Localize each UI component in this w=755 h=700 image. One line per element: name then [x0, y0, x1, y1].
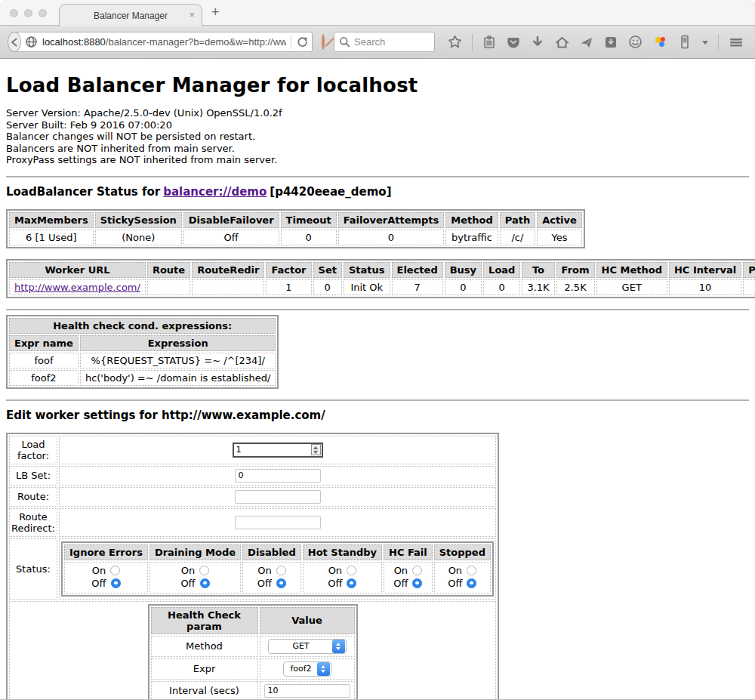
radio-hc-fail-on[interactable]	[412, 566, 422, 575]
off-label: Off	[91, 577, 106, 590]
window-zoom-button[interactable]	[39, 9, 47, 17]
col-draining-mode: Draining Mode	[149, 544, 241, 560]
url-bar[interactable]: localhost:8880/balancer-manager?b=demo&w…	[11, 32, 313, 52]
col-disablefailover: DisableFailover	[183, 212, 279, 228]
col-expression: Expression	[80, 335, 276, 351]
off-label: Off	[328, 577, 342, 590]
home-icon[interactable]	[554, 35, 570, 50]
back-button[interactable]	[8, 32, 21, 52]
off-label: Off	[448, 577, 462, 590]
balancer-status-heading: LoadBalancer Status forbalancer://demo[p…	[6, 185, 749, 199]
col-hot-standby: Hot Standby	[303, 544, 382, 560]
load-factor-input[interactable]	[234, 445, 311, 455]
on-label: On	[257, 564, 271, 577]
server-built: Server Built: Feb 9 2016 07:00:20	[6, 119, 749, 131]
page-content: Load Balancer Manager for localhost Serv…	[0, 59, 755, 699]
url-path: /balancer-manager?b=demo&w=http://www.ex…	[106, 36, 286, 48]
worker-table: Worker URL Route RouteRedir Factor Set S…	[6, 259, 755, 298]
status-label: Status:	[9, 538, 57, 600]
tab-close-icon[interactable]: ×	[189, 10, 195, 20]
expr-select-value: foof2	[288, 664, 317, 674]
method-label: Method	[151, 636, 258, 657]
notes-device-icon[interactable]	[677, 34, 692, 50]
radio-stopped-on[interactable]	[467, 566, 476, 575]
interval-input[interactable]	[264, 684, 350, 698]
radio-hot-standby-on[interactable]	[347, 566, 356, 575]
new-tab-button[interactable]: +	[211, 5, 220, 20]
radio-hot-standby-off[interactable]	[347, 578, 356, 588]
expr-select[interactable]: foof2	[283, 661, 331, 677]
radio-ignore-errors-on[interactable]	[110, 566, 120, 575]
radio-ignore-errors-off[interactable]	[111, 578, 121, 588]
reading-list-icon[interactable]	[482, 35, 497, 50]
method-select[interactable]: GET	[268, 639, 347, 654]
edit-worker-form: Load factor: LB Set: Route: Route Redire…	[6, 433, 499, 700]
table-row: 6 [1 Used] (None) Off 0 0 bytraffic /c/ …	[9, 230, 582, 245]
lb-set-input[interactable]	[235, 469, 321, 483]
load-factor-input-wrap	[233, 443, 323, 458]
on-label: On	[394, 564, 408, 577]
download-icon[interactable]	[530, 35, 545, 50]
col-stopped: Stopped	[434, 544, 491, 560]
feedback-smiley-icon[interactable]	[627, 34, 643, 50]
heading-suffix: [p4420eeae_demo]	[270, 185, 391, 199]
radio-disabled-off[interactable]	[276, 578, 286, 588]
window-minimize-button[interactable]	[24, 9, 32, 17]
search-input[interactable]	[354, 36, 430, 48]
on-label: On	[328, 564, 342, 577]
server-info: Server Version: Apache/2.5.0-dev (Unix) …	[6, 107, 749, 166]
worker-url-link[interactable]: http://www.example.com/	[14, 282, 140, 293]
url-text[interactable]: localhost:8880/balancer-manager?b=demo&w…	[42, 36, 286, 48]
route-input[interactable]	[235, 490, 321, 504]
radio-hc-fail-off[interactable]	[412, 578, 422, 588]
send-to-device-icon[interactable]	[579, 35, 594, 50]
interval-label: Interval (secs)	[151, 681, 258, 700]
panel-download-icon[interactable]	[603, 35, 618, 50]
route-redirect-input[interactable]	[235, 516, 321, 529]
proxypass-note: ProxyPass settings are NOT inherited fro…	[6, 154, 749, 166]
search-box[interactable]	[334, 32, 435, 52]
radio-draining-mode-off[interactable]	[200, 578, 210, 588]
pocket-icon[interactable]	[506, 35, 521, 50]
radio-stopped-off[interactable]	[467, 578, 476, 588]
on-label: On	[92, 564, 106, 577]
col-stickysession: StickySession	[95, 212, 182, 228]
balancer-status-table: MaxMembers StickySession DisableFailover…	[6, 209, 585, 248]
divider	[718, 34, 719, 51]
col-method: Method	[445, 212, 498, 228]
col-expr-name: Expr name	[9, 335, 79, 351]
reload-icon[interactable]	[296, 35, 309, 48]
col-failoverattempts: FailoverAttempts	[338, 212, 445, 228]
edit-worker-heading: Edit worker settings for http://www.exam…	[6, 409, 749, 422]
bookmark-star-icon[interactable]	[447, 34, 463, 50]
divider	[472, 34, 473, 51]
tab-bar: Balancer Manager × +	[0, 0, 755, 26]
dropdown-caret-icon[interactable]	[701, 39, 709, 45]
select-chevrons-icon	[332, 640, 345, 653]
window-close-button[interactable]	[10, 9, 18, 17]
col-timeout: Timeout	[281, 212, 337, 228]
tracking-blocked-icon[interactable]	[322, 34, 325, 50]
radio-disabled-on[interactable]	[276, 566, 286, 575]
balancer-demo-link[interactable]: balancer://demo	[163, 185, 267, 199]
route-redirect-label: Route Redirect:	[9, 508, 57, 537]
toolbar-icons	[447, 34, 755, 51]
page-title: Load Balancer Manager for localhost	[6, 74, 749, 97]
tab-balancer-manager[interactable]: Balancer Manager ×	[59, 4, 202, 26]
number-stepper[interactable]	[311, 444, 321, 455]
browser-window: Balancer Manager × + localhost:8880/bala…	[0, 0, 755, 700]
window-controls[interactable]	[10, 9, 47, 17]
col-path: Path	[500, 212, 535, 228]
radio-draining-mode-on[interactable]	[199, 566, 209, 575]
off-label: Off	[393, 577, 408, 590]
status-table: Ignore Errors Draining Mode Disabled Hot…	[61, 541, 494, 597]
on-label: On	[181, 564, 195, 577]
server-version: Server Version: Apache/2.5.0-dev (Unix) …	[6, 107, 749, 119]
col-hc-fail: HC Fail	[384, 544, 433, 560]
menu-icon[interactable]	[728, 35, 744, 49]
divider	[6, 399, 749, 401]
col-hc-value: Value	[260, 607, 355, 634]
select-chevrons-icon	[317, 662, 330, 676]
extension-dots-icon[interactable]	[652, 34, 668, 50]
persist-note: Balancer changes will NOT be persisted o…	[6, 131, 749, 143]
